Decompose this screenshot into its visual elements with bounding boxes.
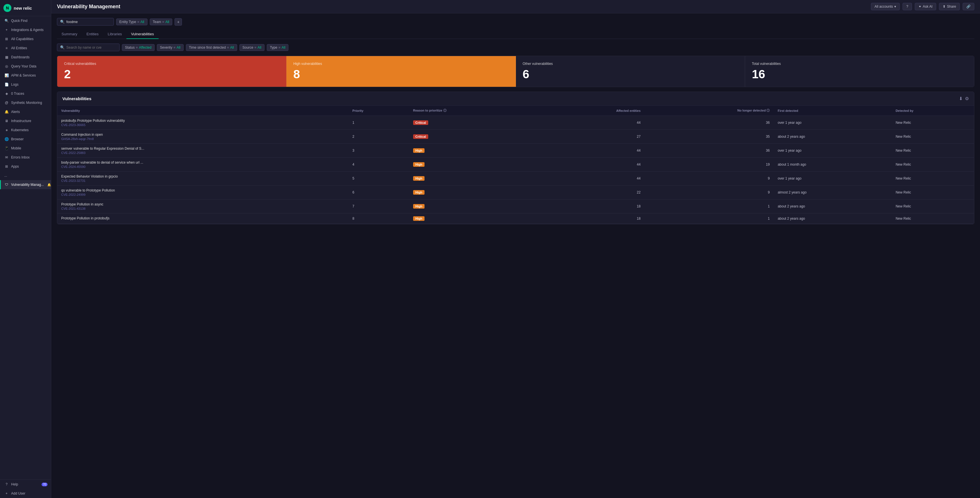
col-no-longer: No longer detected ⓘ [644, 106, 774, 116]
apm-icon: 📊 [4, 73, 9, 78]
help-button[interactable]: ? [902, 3, 912, 10]
tab-vulnerabilities[interactable]: Vulnerabilities [126, 30, 158, 39]
copy-link-button[interactable]: 🔗 [963, 3, 974, 10]
source-filter[interactable]: Source = All [239, 44, 264, 51]
table-row[interactable]: Prototype Pollution in protobufjs 8 High… [57, 213, 974, 224]
table-row[interactable]: protobufjs Prototype Pollution vulnerabi… [57, 116, 974, 130]
ask-ai-label: Ask AI [923, 5, 932, 8]
vuln-name: Expected Behavior Violation in grpcio [61, 174, 345, 178]
table-row[interactable]: Prototype Pollution in async CVE-2021-43… [57, 200, 974, 213]
sidebar-item-kubernetes[interactable]: ⎈ Kubernetes [0, 125, 51, 135]
table-row[interactable]: Command Injection in open GHSA-28xh-wpgr… [57, 130, 974, 144]
filter-val: All [140, 20, 144, 24]
total-card[interactable]: Total vulnerabilities 16 [745, 56, 974, 87]
query-icon: ◎ [4, 64, 9, 68]
filter-key: Entity Type [119, 20, 136, 24]
vuln-name: Prototype Pollution in protobufjs [61, 216, 345, 220]
sidebar-item-all-capabilities[interactable]: ⊞ All Capabilities [0, 35, 51, 44]
sidebar-item-browser[interactable]: 🌐 Browser [0, 135, 51, 144]
table-row[interactable]: Expected Behavior Violation in grpcio CV… [57, 171, 974, 186]
sidebar-item-more[interactable]: ... [0, 171, 51, 180]
vuln-first-detected: almost 2 years ago [773, 186, 891, 200]
plus-icon: + [4, 28, 9, 32]
vuln-name-cell: qs vulnerable to Prototype Pollution CVE… [57, 186, 348, 200]
vuln-first-detected: about 1 month ago [773, 158, 891, 171]
filter-val: All [258, 46, 261, 49]
team-filter[interactable]: Team = All [150, 19, 173, 25]
critical-label: Critical vulnerabilities [64, 62, 279, 66]
sidebar-item-add-user[interactable]: + Add User [0, 489, 51, 498]
vuln-name-cell: protobufjs Prototype Pollution vulnerabi… [57, 116, 348, 130]
sidebar-item-logs[interactable]: 📄 Logs [0, 80, 51, 89]
severity-badge: High [413, 190, 425, 195]
severity-filter[interactable]: Severity = All [157, 44, 184, 51]
vuln-first-detected: over 1 year ago [773, 144, 891, 158]
download-button[interactable]: ⬇ [959, 96, 963, 101]
vuln-name: protobufjs Prototype Pollution vulnerabi… [61, 119, 345, 123]
vuln-detected-by: New Relic [892, 213, 974, 224]
vuln-search-box[interactable]: 🔍 [57, 44, 119, 51]
vuln-search-input[interactable] [66, 46, 112, 49]
search-icon: 🔍 [4, 19, 9, 23]
vuln-name: Command Injection in open [61, 133, 345, 136]
sidebar-item-alerts[interactable]: 🔔 Alerts [0, 107, 51, 116]
reason-info-icon[interactable]: ⓘ [443, 109, 446, 112]
sidebar-item-synthetic-monitoring[interactable]: @ Synthetic Monitoring [0, 98, 51, 107]
other-card[interactable]: Other vulnerabilities 6 [516, 56, 745, 87]
sidebar-item-mobile[interactable]: 📱 Mobile [0, 144, 51, 153]
vuln-affected: 44 [541, 158, 644, 171]
vuln-priority: 8 [348, 213, 409, 224]
vuln-first-detected: about 2 years ago [773, 130, 891, 144]
sidebar-item-help[interactable]: ? Help 70 [0, 480, 51, 489]
no-longer-info-icon[interactable]: ⓘ [767, 109, 770, 112]
sidebar-item-label: Help [11, 482, 18, 486]
sidebar-item-label: Browser [11, 137, 24, 141]
table-row[interactable]: semver vulnerable to Regular Expression … [57, 144, 974, 158]
vuln-cve: CVE-2022-25883 [61, 151, 345, 154]
table-header-row: Vulnerability Priority Reason to priorit… [57, 106, 974, 116]
vuln-severity: Critical [409, 130, 541, 144]
sidebar-item-dashboards[interactable]: ▦ Dashboards [0, 52, 51, 62]
accounts-dropdown[interactable]: All accounts ▾ [871, 3, 900, 10]
severity-badge: Critical [413, 134, 428, 139]
sidebar-item-query-your-data[interactable]: ◎ Query Your Data [0, 62, 51, 71]
sidebar-item-label: Query Your Data [11, 64, 37, 68]
sidebar-item-all-entities[interactable]: ≡ All Entities [0, 44, 51, 52]
add-filter-button[interactable]: + [175, 18, 182, 25]
tab-entities[interactable]: Entities [82, 30, 103, 39]
share-button[interactable]: ⬆ Share [939, 3, 960, 10]
tab-libraries[interactable]: Libraries [103, 30, 126, 39]
table-row[interactable]: body-parser vulnerable to denial of serv… [57, 158, 974, 171]
vuln-no-longer: 9 [644, 171, 774, 186]
sidebar-item-infrastructure[interactable]: 🖥 Infrastructure [0, 116, 51, 125]
entity-search-input[interactable] [66, 20, 106, 24]
vuln-priority: 3 [348, 144, 409, 158]
table-row[interactable]: qs vulnerable to Prototype Pollution CVE… [57, 186, 974, 200]
ask-ai-button[interactable]: ✦ Ask AI [915, 3, 936, 10]
search-icon: 🔍 [60, 45, 65, 49]
type-filter[interactable]: Type = All [267, 44, 288, 51]
sidebar-item-vulnerability-mgmt[interactable]: 🛡 Vulnerability Manag... 🔔 [0, 180, 51, 189]
entity-search-box[interactable]: 🔍 [57, 18, 114, 25]
entity-type-filter[interactable]: Entity Type = All [116, 19, 148, 25]
sidebar-item-errors-inbox[interactable]: ✉ Errors Inbox [0, 153, 51, 162]
sidebar-item-apps[interactable]: ⊞ Apps [0, 162, 51, 171]
status-filter[interactable]: Status = Affected [122, 44, 154, 51]
severity-badge: High [413, 162, 425, 167]
other-label: Other vulnerabilities [523, 62, 738, 66]
vuln-no-longer: 35 [644, 130, 774, 144]
high-card[interactable]: High vulnerabilities 8 [286, 56, 515, 87]
sidebar-item-label: ... [4, 174, 7, 178]
vuln-cve: CVE-2024-45590 [61, 165, 345, 168]
sidebar-item-integrations[interactable]: + Integrations & Agents [0, 25, 51, 35]
time-filter[interactable]: Time since first detected = All [186, 44, 237, 51]
sidebar-item-apm[interactable]: 📊 APM & Services [0, 71, 51, 80]
critical-card[interactable]: Critical vulnerabilities 2 [57, 56, 286, 87]
sidebar-item-traces[interactable]: ◈ 0 Traces [0, 89, 51, 98]
settings-button[interactable]: ⚙ [965, 96, 969, 101]
ai-icon: ✦ [918, 5, 921, 8]
filter-key: Team [153, 20, 161, 24]
tab-summary[interactable]: Summary [57, 30, 82, 39]
vuln-first-detected: over 1 year ago [773, 116, 891, 130]
sidebar-item-quick-find[interactable]: 🔍 Quick Find [0, 16, 51, 25]
